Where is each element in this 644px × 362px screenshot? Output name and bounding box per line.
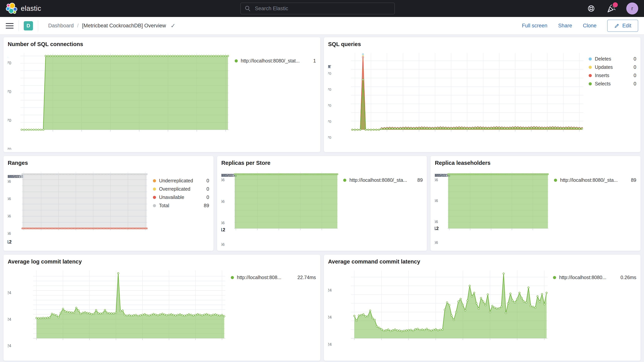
pencil-icon [614, 23, 620, 28]
panel-average-log-commit-latency: Average log commit latency 4244244244244… [3, 254, 320, 361]
menu-icon[interactable] [6, 23, 14, 28]
legend-color-dot [235, 59, 238, 62]
sql-connections-chart[interactable]: 470470470470470470470470432393.730769230… [8, 48, 233, 150]
legend-item[interactable]: Selects0 [589, 81, 636, 86]
edit-button[interactable]: Edit [607, 20, 638, 32]
legend-label: http://localhost:8080/_stat... [241, 58, 310, 64]
legend-value: 0 [206, 194, 209, 200]
legend-label: Overreplicated [159, 186, 204, 192]
elastic-logo-icon [6, 2, 18, 14]
panel-title: Replicas per Store [221, 159, 423, 167]
svg-text:424: 424 [328, 342, 332, 347]
svg-text:366: 366 [221, 242, 225, 246]
legend-item[interactable]: http://localhost:808...22.74ms [231, 275, 316, 280]
dashboard-toolbar: D Dashboard / [Metricbeat CockroachDB] O… [0, 17, 644, 35]
legend-item[interactable]: Total89 [153, 203, 209, 208]
svg-text:424: 424 [328, 315, 332, 320]
legend-value: 0 [634, 81, 636, 86]
legend-value: 89 [418, 177, 423, 183]
svg-text:366: 366 [221, 221, 225, 225]
svg-text:366: 366 [435, 240, 438, 244]
search-input[interactable] [240, 3, 395, 14]
legend-color-dot [589, 82, 592, 86]
svg-text:470: 470 [8, 89, 11, 94]
legend-color-dot [589, 58, 592, 60]
panel-title: SQL queries [328, 40, 636, 48]
legend-value: 1 [313, 58, 316, 64]
legend-color-dot [553, 276, 556, 279]
replica-leaseholders-chart[interactable]: 366366366366366328296.38709677419354264.… [435, 167, 552, 248]
clone-button[interactable]: Clone [583, 23, 596, 29]
svg-text:366: 366 [221, 178, 225, 182]
legend-item[interactable]: http://localhost:8080/_sta...89 [343, 177, 423, 183]
svg-text:424: 424 [328, 288, 332, 292]
ranges-chart[interactable]: 366366366366366366366366328296.387096774… [8, 167, 151, 248]
svg-text:470: 470 [328, 136, 331, 140]
user-avatar[interactable]: r [626, 2, 638, 14]
legend-item[interactable]: http://localhost:8080...0.26ms [553, 275, 636, 280]
legend-item[interactable]: Overreplicated0 [153, 186, 209, 192]
whats-new-icon[interactable] [606, 4, 616, 14]
divider [18, 20, 19, 31]
legend-item[interactable]: Updates0 [589, 64, 636, 70]
log-commit-latency-chart[interactable]: 424424424424424424424424386361.211267605… [8, 266, 229, 358]
legend-item[interactable]: Underreplicated0 [153, 178, 209, 184]
svg-text:470: 470 [8, 118, 11, 123]
help-icon[interactable] [586, 4, 596, 14]
svg-text:424: 424 [8, 290, 11, 295]
legend-value: 0 [634, 64, 636, 70]
legend-label: http://localhost:8080... [559, 275, 618, 280]
legend-value: 0 [206, 186, 209, 192]
command-commit-latency-chart[interactable]: 424424424424424424424424386340.639175257… [328, 266, 552, 358]
legend-color-dot [554, 179, 557, 182]
legend-value: 0 [634, 73, 636, 78]
panel-replica-leaseholders: Replica leaseholders 3663663663663663282… [430, 156, 641, 251]
panel-number-of-sql-connections: Number of SQL connections 47047047047047… [3, 37, 320, 152]
svg-text:412: 412 [221, 227, 225, 232]
legend-color-dot [589, 66, 592, 69]
legend-value: 89 [204, 203, 209, 208]
legend-label: Underreplicated [159, 178, 204, 184]
legend-color-dot [153, 204, 156, 207]
full-screen-button[interactable]: Full screen [522, 23, 548, 29]
panel-replicas-per-store: Replicas per Store 366366366366366328296… [217, 156, 427, 251]
elastic-logo[interactable]: elastic [6, 2, 41, 14]
svg-text:366: 366 [8, 231, 11, 236]
chart-legend: http://localhost:808...22.74ms [229, 266, 316, 358]
legend-color-dot [153, 188, 156, 191]
search-icon [245, 6, 251, 12]
svg-text:424: 424 [8, 317, 11, 322]
svg-text:366: 366 [221, 199, 225, 204]
space-badge[interactable]: D [24, 21, 33, 30]
breadcrumb-dashboard[interactable]: Dashboard [48, 23, 74, 29]
legend-label: http://localhost:8080/_sta... [350, 177, 414, 183]
saved-check-icon[interactable]: ✓ [171, 22, 176, 29]
breadcrumb: Dashboard / [Metricbeat CockroachDB] Ove… [48, 22, 176, 29]
svg-text:366: 366 [435, 198, 438, 203]
legend-item[interactable]: http://localhost:8080/_sta...89 [554, 177, 636, 183]
replicas-per-store-chart[interactable]: 366366366366366328296.38709677419354264.… [221, 167, 342, 248]
chart-legend: http://localhost:8080/_sta...89 [342, 167, 423, 248]
svg-text:470: 470 [328, 88, 331, 92]
svg-text:366: 366 [8, 179, 11, 184]
notification-dot [613, 2, 618, 7]
svg-text:366: 366 [8, 196, 11, 201]
legend-value: 0 [634, 56, 636, 62]
legend-item[interactable]: Unavailable0 [153, 194, 209, 200]
legend-item[interactable]: Inserts0 [589, 73, 636, 78]
legend-item[interactable]: Deletes0 [589, 56, 636, 62]
svg-text:470: 470 [328, 72, 331, 76]
panel-sql-queries: SQL queries 4704704704704704704704704704… [324, 37, 641, 152]
legend-color-dot [153, 196, 156, 199]
share-button[interactable]: Share [558, 23, 572, 29]
legend-value: 89 [631, 177, 636, 183]
legend-label: http://localhost:808... [237, 275, 295, 280]
legend-label: Deletes [595, 56, 631, 62]
panel-title: Average command commit latency [328, 258, 636, 266]
legend-label: Total [159, 203, 201, 208]
sql-queries-chart[interactable]: 4704704704704704704704704704704704704704… [328, 48, 587, 150]
legend-item[interactable]: http://localhost:8080/_stat...1 [235, 58, 316, 64]
legend-color-dot [231, 276, 234, 279]
divider [38, 20, 38, 31]
svg-text:470: 470 [328, 120, 331, 124]
